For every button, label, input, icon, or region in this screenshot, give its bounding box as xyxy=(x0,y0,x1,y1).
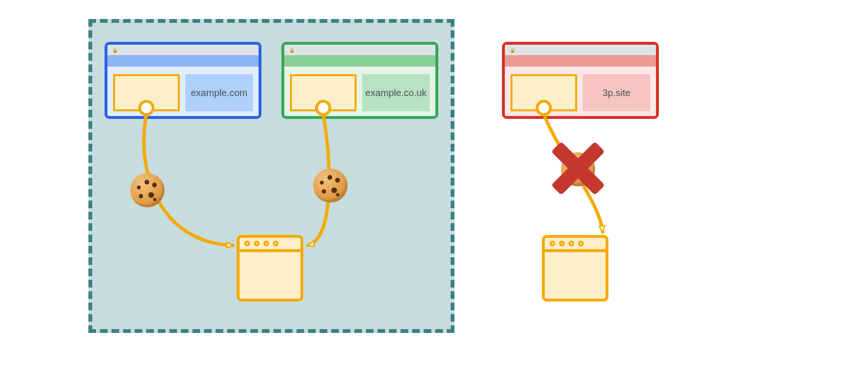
domain-label: example.co.uk xyxy=(362,74,430,111)
shared-server xyxy=(237,235,303,302)
browser-chrome: 🔒 xyxy=(107,45,259,55)
connection-origin xyxy=(138,100,154,116)
cookie-sharing-diagram: 🔒 example.com 🔒 example.co.uk xyxy=(0,0,868,390)
browser-body: example.co.uk xyxy=(284,67,435,116)
server-dot-icon xyxy=(578,241,584,246)
browser-top-bar xyxy=(284,55,435,67)
server-dot-icon xyxy=(569,241,574,246)
browser-chrome: 🔒 xyxy=(505,45,656,55)
third-party-server xyxy=(542,235,608,302)
browser-top-bar xyxy=(505,55,656,67)
domain-label: example.com xyxy=(185,74,253,111)
browser-body: 3p.site xyxy=(505,67,656,116)
server-dot-icon xyxy=(254,241,260,246)
browser-window-3p-site: 🔒 3p.site xyxy=(502,42,659,119)
lock-icon: 🔒 xyxy=(510,48,515,53)
lock-icon: 🔒 xyxy=(112,48,118,53)
server-dot-icon xyxy=(559,241,565,246)
browser-viewport: 3p.site xyxy=(505,55,656,116)
browser-viewport: example.com xyxy=(107,55,259,116)
server-dot-icon xyxy=(244,241,250,246)
cookie-icon xyxy=(130,173,164,207)
cookie-icon xyxy=(313,168,347,203)
connection-origin xyxy=(536,100,552,116)
server-dot-icon xyxy=(263,241,269,246)
server-title-bar xyxy=(545,238,606,252)
blocked-x-icon xyxy=(552,142,604,195)
server-title-bar xyxy=(240,238,300,252)
server-dot-icon xyxy=(550,241,555,246)
browser-viewport: example.co.uk xyxy=(284,55,435,116)
connection-origin xyxy=(315,100,331,116)
browser-top-bar xyxy=(107,55,259,67)
lock-icon: 🔒 xyxy=(289,48,295,53)
server-dot-icon xyxy=(273,241,279,246)
browser-chrome: 🔒 xyxy=(284,45,435,55)
domain-label: 3p.site xyxy=(583,74,650,111)
browser-window-example-com: 🔒 example.com xyxy=(105,42,261,119)
browser-window-example-co-uk: 🔒 example.co.uk xyxy=(281,42,438,119)
browser-body: example.com xyxy=(107,67,259,116)
